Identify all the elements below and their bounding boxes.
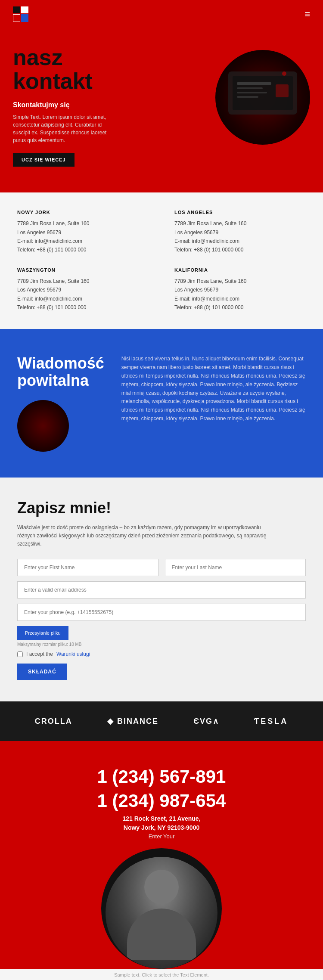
address-details-1: 7789 Jim Rosa Lane, Suite 160 Los Angele… bbox=[17, 219, 149, 254]
addresses-section: NOWY JORK 7789 Jim Rosa Lane, Suite 160 … bbox=[0, 192, 323, 329]
address-details-3: 7789 Jim Rosa Lane, Suite 160 Los Angele… bbox=[17, 277, 149, 312]
logo-crolla: CROLLA bbox=[35, 717, 72, 726]
address-city-1: NOWY JORK bbox=[17, 210, 149, 215]
svg-rect-3 bbox=[237, 82, 271, 85]
logo-evga: ЄVG∧ bbox=[193, 716, 219, 726]
hero-button[interactable]: UCZ SIĘ WIĘCEJ bbox=[13, 153, 75, 167]
logos-bar: CROLLA ◆ BINANCE ЄVG∧ ƬESLA bbox=[0, 701, 323, 741]
welcome-title: Wiadomość powitalna bbox=[17, 355, 104, 389]
address-nowy-jork: NOWY JORK 7789 Jim Rosa Lane, Suite 160 … bbox=[17, 210, 149, 254]
last-name-input[interactable] bbox=[165, 559, 306, 576]
welcome-avatar bbox=[17, 400, 69, 452]
hero-image-inner bbox=[215, 50, 310, 145]
contact-address-1: 121 Rock Sreet, 21 Avenue, bbox=[17, 815, 306, 822]
avatar-image bbox=[17, 400, 69, 452]
form-name-row bbox=[17, 559, 306, 576]
logo-square-2 bbox=[21, 6, 28, 13]
hero-section: nasz kontakt Skontaktujmy się Simple Tex… bbox=[0, 28, 323, 192]
svg-rect-4 bbox=[237, 87, 263, 89]
address-waszyngton: WASZYNGTON 7789 Jim Rosa Lane, Suite 160… bbox=[17, 267, 149, 312]
person-image bbox=[101, 848, 222, 969]
address-details-2: 7789 Jim Rosa Lane, Suite 160 Los Angele… bbox=[174, 219, 306, 254]
svg-rect-7 bbox=[276, 84, 289, 97]
contact-address-2: Nowy Jork, NY 92103-9000 bbox=[17, 824, 306, 831]
contact-bottom-section: 1 (234) 567-891 1 (234) 987-654 121 Rock… bbox=[0, 741, 323, 969]
hero-title: nasz kontakt bbox=[13, 46, 215, 93]
hero-image bbox=[215, 50, 310, 145]
address-los-angeles: LOS ANGELES 7789 Jim Rosa Lane, Suite 16… bbox=[174, 210, 306, 254]
welcome-section: Wiadomość powitalna Nisi lacus sed viver… bbox=[0, 329, 323, 477]
svg-point-2 bbox=[282, 71, 286, 76]
welcome-left: Wiadomość powitalna bbox=[17, 355, 104, 451]
logo-square-1 bbox=[13, 6, 20, 13]
binance-icon: ◆ bbox=[107, 717, 117, 726]
address-city-3: WASZYNGTON bbox=[17, 267, 149, 273]
phone-input[interactable] bbox=[17, 604, 306, 621]
address-city-2: LOS ANGELES bbox=[174, 210, 306, 215]
form-description: Właściwie jest to dość proste do osiągni… bbox=[17, 524, 276, 549]
file-upload-button[interactable]: Przesyłanie pliku bbox=[17, 626, 68, 640]
logo-binance: ◆ BINANCE bbox=[107, 716, 158, 726]
address-kalifornia: KALIFORNIA 7789 Jim Rosa Lane, Suite 160… bbox=[174, 267, 306, 312]
logo-square-4 bbox=[21, 14, 28, 22]
person-body bbox=[127, 909, 196, 960]
contact-phone-1: 1 (234) 567-891 bbox=[17, 767, 306, 787]
form-section: Zapisz mnie! Właściwie jest to dość pros… bbox=[0, 478, 323, 702]
svg-rect-6 bbox=[237, 96, 258, 98]
submit-button[interactable]: SKŁADAĆ bbox=[17, 664, 67, 680]
logo bbox=[13, 6, 28, 22]
terms-checkbox[interactable] bbox=[17, 651, 23, 657]
evga-label: ЄVG∧ bbox=[193, 717, 219, 726]
form-title: Zapisz mnie! bbox=[17, 499, 306, 517]
hero-subtitle: Skontaktujmy się bbox=[13, 101, 215, 109]
file-note: Maksymalny rozmiar pliku: 10 MB bbox=[17, 642, 306, 647]
hero-description: Simple Text. Lorem ipsum dolor sit amet,… bbox=[13, 113, 108, 144]
welcome-right: Nisi lacus sed viverra tellus in. Nunc a… bbox=[121, 355, 306, 423]
terms-link[interactable]: Warunki usługi bbox=[56, 651, 90, 657]
sample-text: Sample text. Click to select the Text El… bbox=[0, 969, 323, 980]
logo-tesla: ƬESLA bbox=[254, 716, 288, 726]
first-name-input[interactable] bbox=[17, 559, 158, 576]
tesla-label: ƬESLA bbox=[254, 717, 288, 726]
checkbox-label: I accept the bbox=[26, 651, 53, 657]
hero-image-svg bbox=[224, 63, 301, 132]
address-city-4: KALIFORNIA bbox=[174, 267, 306, 273]
hero-text: nasz kontakt Skontaktujmy się Simple Tex… bbox=[13, 46, 215, 167]
menu-icon[interactable]: ≡ bbox=[304, 9, 310, 20]
svg-rect-5 bbox=[237, 92, 267, 93]
terms-checkbox-row: I accept the Warunki usługi bbox=[17, 651, 306, 657]
person-head bbox=[144, 870, 179, 904]
enter-your-text: Enter Your bbox=[17, 833, 306, 840]
contact-phone-2: 1 (234) 987-654 bbox=[17, 791, 306, 811]
welcome-body: Nisi lacus sed viverra tellus in. Nunc a… bbox=[121, 355, 306, 423]
person-inner bbox=[106, 857, 217, 969]
address-details-4: 7789 Jim Rosa Lane, Suite 160 Los Angele… bbox=[174, 277, 306, 312]
header: ≡ bbox=[0, 0, 323, 28]
file-upload-area: Przesyłanie pliku Maksymalny rozmiar pli… bbox=[17, 626, 306, 647]
email-input[interactable] bbox=[17, 581, 306, 599]
logo-square-3 bbox=[13, 14, 20, 22]
